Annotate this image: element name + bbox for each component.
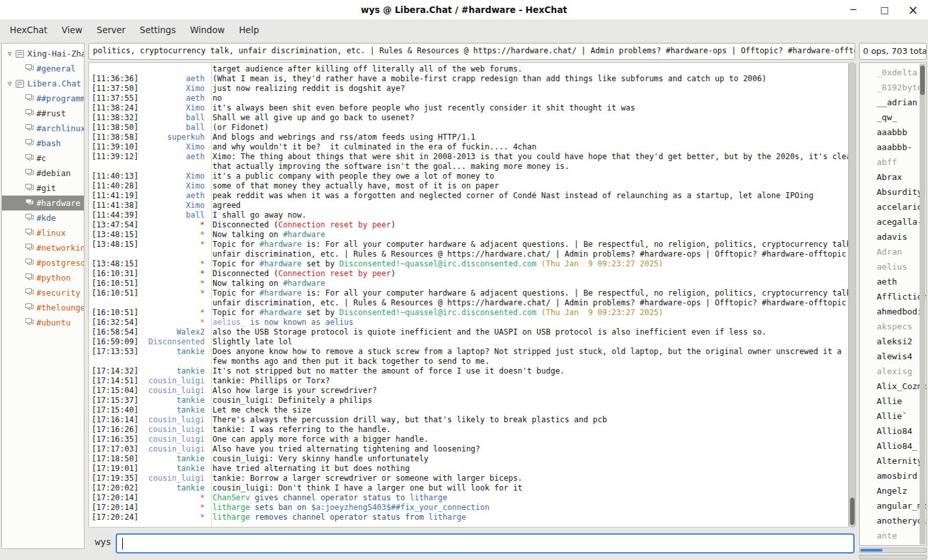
user-item[interactable]: _8192byte xyxy=(860,80,926,95)
menu-window[interactable]: Window xyxy=(183,21,231,38)
user-item[interactable]: Affliction xyxy=(860,289,926,304)
timestamp: [16:10:51] xyxy=(89,288,141,298)
userlist-scrollbar-thumb[interactable] xyxy=(920,66,925,95)
user-item[interactable]: Allio84 xyxy=(860,424,926,439)
user-item[interactable]: Absurdity xyxy=(860,185,926,199)
user-item[interactable]: Alternity xyxy=(860,453,926,468)
server-item-Xing-Hai-Zhan[interactable]: ▽Xing-Hai-Zhan xyxy=(2,46,84,61)
menu-hexchat[interactable]: HexChat xyxy=(3,21,55,38)
chat-line: [17:20:14]*litharge sets ban on $a:joeyz… xyxy=(89,503,848,513)
channel-item--python[interactable]: #python xyxy=(2,270,84,285)
tree-item-label: #c xyxy=(36,153,84,163)
user-item[interactable]: aaabbb xyxy=(860,125,926,140)
chat-line: [16:10:51]*Topic for #hardware set by Di… xyxy=(89,308,848,318)
user-item[interactable]: alexisg xyxy=(860,364,926,379)
user-item[interactable]: Allie` xyxy=(860,409,926,424)
channel-item--debian[interactable]: #debian xyxy=(2,166,84,181)
close-icon[interactable]: × xyxy=(903,0,923,19)
user-item[interactable]: Alix_Cozmo xyxy=(860,379,926,394)
user-item[interactable]: angular_mo xyxy=(860,498,926,513)
minimize-icon[interactable]: ─ xyxy=(844,0,863,19)
channel-item--thelounge[interactable]: #thelounge xyxy=(2,300,84,315)
channel-item--rust[interactable]: ##rust xyxy=(2,106,84,121)
maximize-icon[interactable]: □ xyxy=(875,0,894,19)
menu-settings[interactable]: Settings xyxy=(133,21,183,38)
channel-item--general[interactable]: #general xyxy=(2,61,84,76)
user-item[interactable]: abff xyxy=(860,155,926,170)
user-item[interactable]: Abrax xyxy=(860,170,926,185)
channel-item--security[interactable]: #security xyxy=(2,285,84,300)
channel-item--bash[interactable]: #bash xyxy=(2,136,84,151)
user-item[interactable]: anotheryou xyxy=(860,513,926,528)
channel-item--c[interactable]: #c xyxy=(2,151,84,166)
user-item[interactable]: aelius xyxy=(860,259,926,274)
user-item[interactable]: akspecs xyxy=(860,319,926,334)
timestamp: [11:41:19] xyxy=(89,191,141,201)
user-item[interactable]: aeth xyxy=(860,274,926,289)
message-text: target audience after killing off litera… xyxy=(208,64,848,74)
chat-scrollbar-thumb[interactable] xyxy=(850,498,855,525)
nick xyxy=(141,249,208,259)
message-text: Ximo: The thing about things that were s… xyxy=(208,152,848,162)
user-item[interactable]: amosbird xyxy=(860,468,926,483)
timestamp: [16:10:31] xyxy=(89,269,141,279)
channel-item--networking[interactable]: #networking xyxy=(2,240,84,255)
user-item[interactable]: Allio84_ xyxy=(860,439,926,453)
topic-bar[interactable]: politics, cryptocurrency talk, unfair di… xyxy=(88,43,855,60)
server-item-Libera-Chat[interactable]: ▽Libera.Chat xyxy=(2,76,84,91)
channel-item--archlinux[interactable]: #archlinux xyxy=(2,121,84,136)
user-item[interactable]: acegalla- xyxy=(860,214,926,229)
user-item[interactable]: alewis4 xyxy=(860,349,926,364)
chat-line: [17:13:53]tankieDoes anyone know how to … xyxy=(89,347,848,357)
channel-item--hardware[interactable]: #hardware xyxy=(2,196,84,210)
nick: * xyxy=(141,513,208,522)
chat-line: [17:14:51]cousin_luigitankie: Phillips o… xyxy=(89,376,848,386)
timestamp: [17:20:14] xyxy=(89,493,141,503)
chat-line: [17:14:32]tankieIt's not stripped but no… xyxy=(89,366,848,376)
message-text: that actually improving the software isn… xyxy=(208,162,848,172)
user-item[interactable]: Angelz xyxy=(860,483,926,498)
chat-line: [11:41:38]Ximoagreed xyxy=(89,201,848,210)
timestamp: [16:10:51] xyxy=(89,308,141,318)
user-item[interactable]: accelario xyxy=(860,199,926,214)
channel-item--git[interactable]: #git xyxy=(2,181,84,196)
timestamp: [17:19:01] xyxy=(89,464,141,474)
channel-icon xyxy=(24,303,36,312)
expander-icon[interactable]: ▽ xyxy=(5,50,15,57)
nick: * xyxy=(141,279,208,288)
chat-scrollbar[interactable] xyxy=(849,62,856,528)
expander-icon[interactable]: ▽ xyxy=(5,80,15,87)
chat-line: [17:16:35]cousin_luigiOne can apply more… xyxy=(89,435,848,444)
menu-server[interactable]: Server xyxy=(90,21,133,38)
userlist-scrollbar[interactable] xyxy=(920,64,925,544)
timestamp: [11:41:38] xyxy=(89,201,141,210)
nick: cousin_luigi xyxy=(141,386,208,396)
user-item[interactable]: Adran xyxy=(860,244,926,259)
message-text: Also how large is your screwdriver? xyxy=(208,386,848,396)
menu-help[interactable]: Help xyxy=(232,21,266,38)
nick: tankie xyxy=(141,454,208,464)
user-item[interactable]: Allie xyxy=(860,394,926,409)
user-item[interactable]: aaabbb- xyxy=(860,140,926,155)
user-item[interactable]: _0xdelta xyxy=(860,65,926,80)
timestamp: [17:18:50] xyxy=(89,454,141,464)
user-item[interactable]: adavis xyxy=(860,229,926,244)
channel-item--linux[interactable]: #linux xyxy=(2,225,84,240)
channel-item--postgresql[interactable]: #postgresql xyxy=(2,255,84,270)
user-item[interactable]: __adrian xyxy=(860,95,926,110)
own-nick-label[interactable]: wys xyxy=(95,537,111,547)
channel-item--kde[interactable]: #kde xyxy=(2,210,84,225)
nick: * xyxy=(141,503,208,513)
timestamp: [16:10:51] xyxy=(89,279,141,288)
channel-item--programming[interactable]: ##programming xyxy=(2,91,84,106)
chat-line: [17:18:50]tankiecousin_luigi: Very skinn… xyxy=(89,454,848,464)
chat-line: [17:15:40]tankieLet me check the size xyxy=(89,405,848,415)
user-item[interactable]: aleksi2 xyxy=(860,334,926,349)
menu-view[interactable]: View xyxy=(55,21,90,38)
user-item[interactable]: _qw_ xyxy=(860,110,926,125)
user-item[interactable]: ante xyxy=(860,528,926,543)
user-item[interactable]: ahmedbodi xyxy=(860,304,926,319)
message-input[interactable] xyxy=(116,533,855,554)
channel-item--ubuntu[interactable]: #ubuntu xyxy=(2,315,84,330)
tree-item-label: Xing-Hai-Zhan xyxy=(27,49,84,58)
